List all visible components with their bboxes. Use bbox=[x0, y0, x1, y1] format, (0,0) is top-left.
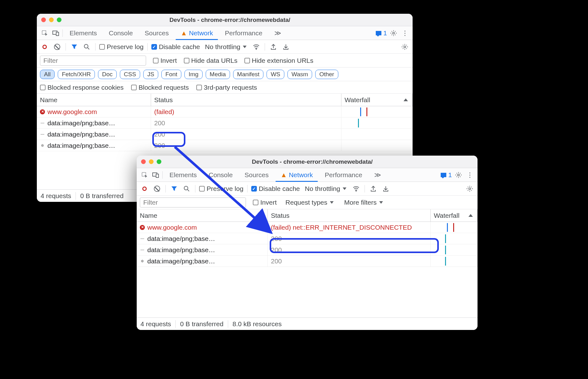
header-waterfall[interactable]: Waterfall bbox=[431, 209, 478, 222]
row-status-cell: 200 bbox=[268, 233, 431, 244]
minimize-dot[interactable] bbox=[149, 159, 154, 164]
search-icon[interactable] bbox=[82, 42, 91, 52]
header-waterfall[interactable]: Waterfall bbox=[341, 94, 413, 106]
table-row[interactable]: data:image/png;base… 200 bbox=[37, 117, 413, 129]
table-header: Name Status Waterfall bbox=[137, 209, 478, 222]
device-icon[interactable] bbox=[151, 170, 160, 180]
chip-other[interactable]: Other bbox=[315, 70, 338, 79]
network-conditions-icon[interactable] bbox=[351, 184, 361, 193]
issues-badge[interactable]: 1 bbox=[376, 29, 387, 37]
disable-cache-checkbox[interactable]: Disable cache bbox=[251, 185, 300, 192]
chip-fetch-xhr[interactable]: Fetch/XHR bbox=[58, 70, 95, 79]
search-icon[interactable] bbox=[182, 184, 191, 193]
inspect-icon[interactable] bbox=[40, 28, 49, 38]
chip-wasm[interactable]: Wasm bbox=[287, 70, 312, 79]
tab-network[interactable]: ▲ Network bbox=[176, 26, 218, 40]
export-har-icon[interactable] bbox=[369, 184, 378, 193]
header-waterfall-label: Waterfall bbox=[345, 96, 370, 104]
table-row[interactable]: www.google.com (failed) net::ERR_INTERNE… bbox=[137, 222, 478, 233]
tab-sources[interactable]: Sources bbox=[140, 26, 174, 40]
kebab-icon[interactable]: ⋮ bbox=[400, 28, 409, 38]
preserve-log-checkbox[interactable]: Preserve log bbox=[199, 185, 243, 192]
network-settings-icon[interactable] bbox=[400, 42, 409, 52]
filter-icon[interactable] bbox=[169, 184, 179, 193]
svg-point-12 bbox=[356, 190, 357, 191]
chip-img[interactable]: Img bbox=[184, 70, 203, 79]
tab-sources[interactable]: Sources bbox=[240, 168, 274, 182]
invert-checkbox[interactable]: Invert bbox=[253, 199, 277, 206]
issues-badge[interactable]: 1 bbox=[441, 171, 452, 179]
hide-data-urls-checkbox[interactable]: Hide data URLs bbox=[184, 57, 238, 64]
preserve-log-checkbox[interactable]: Preserve log bbox=[99, 43, 144, 51]
chip-js[interactable]: JS bbox=[143, 70, 158, 79]
third-party-checkbox[interactable]: 3rd-party requests bbox=[196, 84, 257, 91]
zoom-dot[interactable] bbox=[57, 17, 61, 22]
chip-css[interactable]: CSS bbox=[120, 70, 140, 79]
blocked-requests-checkbox[interactable]: Blocked requests bbox=[131, 84, 189, 91]
device-icon[interactable] bbox=[51, 28, 61, 38]
tab-more[interactable]: ≫ bbox=[369, 168, 386, 182]
filter-icon[interactable] bbox=[70, 42, 79, 52]
header-status[interactable]: Status bbox=[268, 209, 431, 222]
preserve-log-label: Preserve log bbox=[107, 43, 144, 51]
record-button[interactable] bbox=[40, 42, 49, 52]
hide-extension-urls-checkbox[interactable]: Hide extension URLs bbox=[244, 57, 313, 64]
table-row[interactable]: data:image/png;base… 200 bbox=[37, 129, 413, 140]
network-settings-icon[interactable] bbox=[465, 184, 474, 193]
blocked-cookies-checkbox[interactable]: Blocked response cookies bbox=[40, 84, 124, 91]
row-name-cell: data:image/png;base… bbox=[37, 129, 151, 140]
chip-media[interactable]: Media bbox=[206, 70, 230, 79]
header-status[interactable]: Status bbox=[151, 94, 341, 106]
throttling-dropdown[interactable]: No throttling bbox=[203, 43, 248, 51]
invert-checkbox[interactable]: Invert bbox=[153, 57, 177, 64]
tab-elements[interactable]: Elements bbox=[164, 168, 202, 182]
settings-icon[interactable] bbox=[454, 170, 463, 180]
chip-font[interactable]: Font bbox=[161, 70, 181, 79]
more-filters-dropdown[interactable]: More filters bbox=[342, 199, 385, 206]
clear-button[interactable] bbox=[52, 42, 62, 52]
clear-button[interactable] bbox=[152, 184, 162, 193]
header-name[interactable]: Name bbox=[37, 94, 151, 106]
tab-performance[interactable]: Performance bbox=[220, 26, 267, 40]
tab-network-label: Network bbox=[289, 171, 313, 179]
table-row[interactable]: data:image/png;base… 200 bbox=[137, 233, 478, 244]
zoom-dot[interactable] bbox=[157, 159, 161, 164]
table-row[interactable]: ✽data:image/png;base… 200 bbox=[37, 140, 413, 151]
filter-input[interactable]: Filter bbox=[40, 56, 146, 66]
chip-manifest[interactable]: Manifest bbox=[233, 70, 264, 79]
tab-performance[interactable]: Performance bbox=[320, 168, 367, 182]
tab-elements[interactable]: Elements bbox=[65, 26, 102, 40]
error-icon bbox=[40, 109, 45, 114]
network-conditions-icon[interactable] bbox=[252, 42, 261, 52]
export-har-icon[interactable] bbox=[269, 42, 278, 52]
request-types-dropdown[interactable]: Request types bbox=[284, 199, 336, 206]
table-row[interactable]: ✽data:image/png;base… 200 bbox=[137, 256, 478, 267]
chip-all[interactable]: All bbox=[40, 70, 55, 79]
status-requests: 4 requests bbox=[41, 192, 76, 200]
settings-icon[interactable] bbox=[389, 28, 398, 38]
tab-console[interactable]: Console bbox=[104, 26, 138, 40]
record-button[interactable] bbox=[140, 184, 149, 193]
minimize-dot[interactable] bbox=[49, 17, 54, 22]
header-name[interactable]: Name bbox=[137, 209, 268, 222]
hide-data-urls-label: Hide data URLs bbox=[191, 57, 238, 64]
resource-type-chips: All Fetch/XHR Doc CSS JS Font Img Media … bbox=[37, 67, 413, 81]
row-status-cell: 200 bbox=[151, 117, 341, 128]
chip-ws[interactable]: WS bbox=[267, 70, 284, 79]
tab-more[interactable]: ≫ bbox=[269, 26, 286, 40]
disable-cache-checkbox[interactable]: Disable cache bbox=[151, 43, 200, 51]
close-dot[interactable] bbox=[141, 159, 146, 164]
table-row[interactable]: data:image/png;base… 200 bbox=[137, 244, 478, 256]
import-har-icon[interactable] bbox=[381, 184, 390, 193]
tab-network[interactable]: ▲ Network bbox=[276, 168, 318, 182]
table-row[interactable]: www.google.com (failed) bbox=[37, 106, 413, 117]
kebab-icon[interactable]: ⋮ bbox=[465, 170, 474, 180]
filter-input[interactable]: Filter bbox=[140, 197, 246, 207]
preserve-log-label: Preserve log bbox=[207, 185, 243, 192]
import-har-icon[interactable] bbox=[281, 42, 291, 52]
throttling-dropdown[interactable]: No throttling bbox=[303, 185, 348, 192]
close-dot[interactable] bbox=[41, 17, 46, 22]
tab-console[interactable]: Console bbox=[204, 168, 238, 182]
inspect-icon[interactable] bbox=[140, 170, 149, 180]
chip-doc[interactable]: Doc bbox=[98, 70, 117, 79]
